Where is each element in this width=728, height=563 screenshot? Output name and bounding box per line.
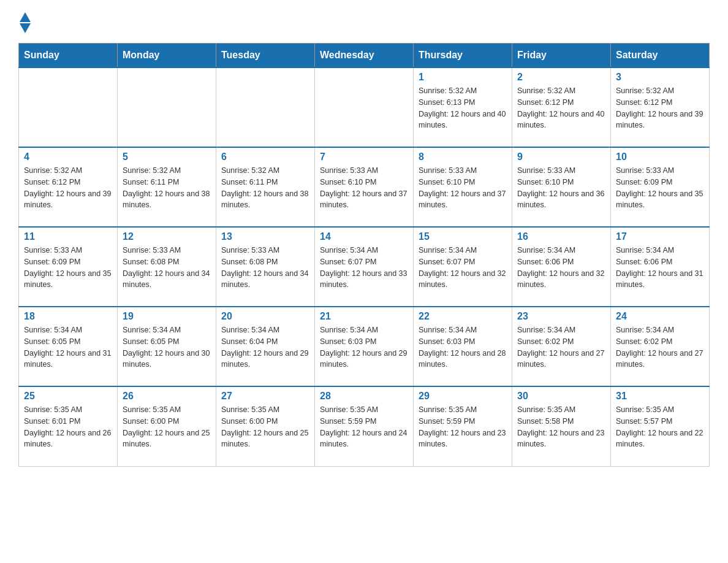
day-number: 13 bbox=[221, 231, 309, 242]
calendar-cell: 15Sunrise: 5:34 AMSunset: 6:07 PMDayligh… bbox=[414, 227, 512, 307]
calendar-cell: 4Sunrise: 5:32 AMSunset: 6:12 PMDaylight… bbox=[19, 147, 118, 227]
calendar-cell: 10Sunrise: 5:33 AMSunset: 6:09 PMDayligh… bbox=[611, 147, 710, 227]
calendar-cell: 31Sunrise: 5:35 AMSunset: 5:57 PMDayligh… bbox=[611, 386, 710, 466]
day-number: 26 bbox=[123, 391, 211, 402]
day-info: Sunrise: 5:34 AMSunset: 6:06 PMDaylight:… bbox=[517, 245, 605, 291]
calendar-cell bbox=[19, 67, 118, 147]
day-number: 25 bbox=[24, 391, 112, 402]
day-number: 3 bbox=[616, 72, 704, 83]
day-info: Sunrise: 5:35 AMSunset: 6:00 PMDaylight:… bbox=[221, 404, 309, 450]
calendar-cell: 13Sunrise: 5:33 AMSunset: 6:08 PMDayligh… bbox=[216, 227, 315, 307]
day-number: 11 bbox=[24, 231, 112, 242]
calendar-cell: 24Sunrise: 5:34 AMSunset: 6:02 PMDayligh… bbox=[611, 307, 710, 386]
week-row-5: 25Sunrise: 5:35 AMSunset: 6:01 PMDayligh… bbox=[19, 386, 710, 466]
day-number: 14 bbox=[320, 231, 408, 242]
day-number: 31 bbox=[616, 391, 704, 402]
logo bbox=[18, 12, 31, 31]
calendar-cell: 2Sunrise: 5:32 AMSunset: 6:12 PMDaylight… bbox=[512, 67, 611, 147]
day-number: 4 bbox=[24, 151, 112, 163]
calendar-cell bbox=[315, 67, 414, 147]
day-info: Sunrise: 5:35 AMSunset: 5:59 PMDaylight:… bbox=[320, 404, 408, 450]
calendar-cell: 19Sunrise: 5:34 AMSunset: 6:05 PMDayligh… bbox=[118, 307, 216, 386]
day-number: 2 bbox=[517, 72, 605, 83]
calendar-cell: 5Sunrise: 5:32 AMSunset: 6:11 PMDaylight… bbox=[118, 147, 216, 227]
day-info: Sunrise: 5:33 AMSunset: 6:08 PMDaylight:… bbox=[123, 245, 211, 291]
calendar-cell bbox=[216, 67, 315, 147]
day-header-thursday: Thursday bbox=[414, 44, 512, 68]
day-info: Sunrise: 5:35 AMSunset: 5:59 PMDaylight:… bbox=[419, 404, 507, 450]
day-header-sunday: Sunday bbox=[19, 44, 118, 68]
day-info: Sunrise: 5:34 AMSunset: 6:03 PMDaylight:… bbox=[419, 324, 507, 370]
calendar-cell: 11Sunrise: 5:33 AMSunset: 6:09 PMDayligh… bbox=[19, 227, 118, 307]
calendar-cell: 14Sunrise: 5:34 AMSunset: 6:07 PMDayligh… bbox=[315, 227, 414, 307]
calendar-cell: 7Sunrise: 5:33 AMSunset: 6:10 PMDaylight… bbox=[315, 147, 414, 227]
day-number: 10 bbox=[616, 151, 704, 163]
day-info: Sunrise: 5:32 AMSunset: 6:13 PMDaylight:… bbox=[419, 85, 507, 131]
calendar-cell: 27Sunrise: 5:35 AMSunset: 6:00 PMDayligh… bbox=[216, 386, 315, 466]
day-number: 28 bbox=[320, 391, 408, 402]
day-info: Sunrise: 5:33 AMSunset: 6:09 PMDaylight:… bbox=[616, 165, 704, 211]
day-info: Sunrise: 5:33 AMSunset: 6:10 PMDaylight:… bbox=[419, 165, 507, 211]
day-info: Sunrise: 5:33 AMSunset: 6:10 PMDaylight:… bbox=[517, 165, 605, 211]
day-header-monday: Monday bbox=[118, 44, 216, 68]
day-number: 5 bbox=[123, 151, 211, 163]
day-number: 19 bbox=[123, 311, 211, 322]
day-info: Sunrise: 5:34 AMSunset: 6:05 PMDaylight:… bbox=[123, 324, 211, 370]
day-number: 22 bbox=[419, 311, 507, 322]
day-info: Sunrise: 5:35 AMSunset: 6:01 PMDaylight:… bbox=[24, 404, 112, 450]
day-info: Sunrise: 5:32 AMSunset: 6:11 PMDaylight:… bbox=[123, 165, 211, 211]
day-info: Sunrise: 5:32 AMSunset: 6:12 PMDaylight:… bbox=[517, 85, 605, 131]
day-header-row: SundayMondayTuesdayWednesdayThursdayFrid… bbox=[19, 44, 710, 68]
day-number: 8 bbox=[419, 151, 507, 163]
week-row-3: 11Sunrise: 5:33 AMSunset: 6:09 PMDayligh… bbox=[19, 227, 710, 307]
calendar-cell: 18Sunrise: 5:34 AMSunset: 6:05 PMDayligh… bbox=[19, 307, 118, 386]
day-number: 15 bbox=[419, 231, 507, 242]
calendar-cell: 21Sunrise: 5:34 AMSunset: 6:03 PMDayligh… bbox=[315, 307, 414, 386]
week-row-1: 1Sunrise: 5:32 AMSunset: 6:13 PMDaylight… bbox=[19, 67, 710, 147]
calendar-cell: 30Sunrise: 5:35 AMSunset: 5:58 PMDayligh… bbox=[512, 386, 611, 466]
day-number: 7 bbox=[320, 151, 408, 163]
day-info: Sunrise: 5:34 AMSunset: 6:05 PMDaylight:… bbox=[24, 324, 112, 370]
calendar-cell: 25Sunrise: 5:35 AMSunset: 6:01 PMDayligh… bbox=[19, 386, 118, 466]
calendar-cell: 16Sunrise: 5:34 AMSunset: 6:06 PMDayligh… bbox=[512, 227, 611, 307]
day-info: Sunrise: 5:34 AMSunset: 6:07 PMDaylight:… bbox=[419, 245, 507, 291]
day-header-friday: Friday bbox=[512, 44, 611, 68]
day-info: Sunrise: 5:34 AMSunset: 6:03 PMDaylight:… bbox=[320, 324, 408, 370]
day-header-tuesday: Tuesday bbox=[216, 44, 315, 68]
day-header-wednesday: Wednesday bbox=[315, 44, 414, 68]
day-info: Sunrise: 5:35 AMSunset: 5:58 PMDaylight:… bbox=[517, 404, 605, 450]
day-info: Sunrise: 5:32 AMSunset: 6:12 PMDaylight:… bbox=[616, 85, 704, 131]
day-number: 6 bbox=[221, 151, 309, 163]
calendar-cell: 9Sunrise: 5:33 AMSunset: 6:10 PMDaylight… bbox=[512, 147, 611, 227]
calendar-cell: 22Sunrise: 5:34 AMSunset: 6:03 PMDayligh… bbox=[414, 307, 512, 386]
calendar-cell: 29Sunrise: 5:35 AMSunset: 5:59 PMDayligh… bbox=[414, 386, 512, 466]
calendar-cell: 1Sunrise: 5:32 AMSunset: 6:13 PMDaylight… bbox=[414, 67, 512, 147]
calendar-cell: 8Sunrise: 5:33 AMSunset: 6:10 PMDaylight… bbox=[414, 147, 512, 227]
day-info: Sunrise: 5:35 AMSunset: 5:57 PMDaylight:… bbox=[616, 404, 704, 450]
day-number: 9 bbox=[517, 151, 605, 163]
day-info: Sunrise: 5:34 AMSunset: 6:02 PMDaylight:… bbox=[517, 324, 605, 370]
day-info: Sunrise: 5:33 AMSunset: 6:09 PMDaylight:… bbox=[24, 245, 112, 291]
calendar-cell: 12Sunrise: 5:33 AMSunset: 6:08 PMDayligh… bbox=[118, 227, 216, 307]
day-number: 30 bbox=[517, 391, 605, 402]
day-info: Sunrise: 5:32 AMSunset: 6:11 PMDaylight:… bbox=[221, 165, 309, 211]
calendar-cell: 17Sunrise: 5:34 AMSunset: 6:06 PMDayligh… bbox=[611, 227, 710, 307]
week-row-4: 18Sunrise: 5:34 AMSunset: 6:05 PMDayligh… bbox=[19, 307, 710, 386]
calendar-cell: 20Sunrise: 5:34 AMSunset: 6:04 PMDayligh… bbox=[216, 307, 315, 386]
calendar-cell bbox=[118, 67, 216, 147]
day-number: 21 bbox=[320, 311, 408, 322]
day-info: Sunrise: 5:34 AMSunset: 6:07 PMDaylight:… bbox=[320, 245, 408, 291]
day-info: Sunrise: 5:32 AMSunset: 6:12 PMDaylight:… bbox=[24, 165, 112, 211]
day-number: 20 bbox=[221, 311, 309, 322]
day-info: Sunrise: 5:35 AMSunset: 6:00 PMDaylight:… bbox=[123, 404, 211, 450]
calendar-cell: 6Sunrise: 5:32 AMSunset: 6:11 PMDaylight… bbox=[216, 147, 315, 227]
calendar-table: SundayMondayTuesdayWednesdayThursdayFrid… bbox=[18, 43, 710, 467]
page-header bbox=[18, 12, 710, 31]
day-number: 27 bbox=[221, 391, 309, 402]
calendar-cell: 23Sunrise: 5:34 AMSunset: 6:02 PMDayligh… bbox=[512, 307, 611, 386]
day-number: 23 bbox=[517, 311, 605, 322]
day-info: Sunrise: 5:34 AMSunset: 6:02 PMDaylight:… bbox=[616, 324, 704, 370]
calendar-cell: 3Sunrise: 5:32 AMSunset: 6:12 PMDaylight… bbox=[611, 67, 710, 147]
day-info: Sunrise: 5:34 AMSunset: 6:06 PMDaylight:… bbox=[616, 245, 704, 291]
day-number: 29 bbox=[419, 391, 507, 402]
